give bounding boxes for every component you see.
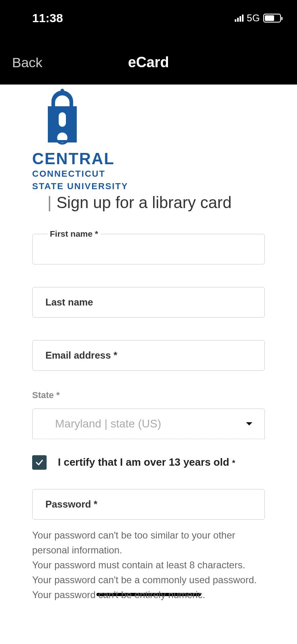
check-icon: [35, 458, 44, 467]
nav-bar: Back eCard: [0, 40, 297, 85]
network-label: 5G: [247, 12, 260, 24]
certify-label: I certify that I am over 13 years old *: [58, 456, 235, 469]
pw-hint: Your password can't be too similar to yo…: [32, 528, 265, 557]
pw-hint: Your password can't be entirely numeric.: [32, 587, 265, 602]
state-field-wrap: State * Maryland | state (US): [32, 390, 265, 439]
state-label: State *: [32, 390, 265, 400]
logo-text-main: CENTRAL: [32, 150, 265, 168]
email-field-wrap: [32, 340, 265, 371]
password-hints: Your password can't be too similar to yo…: [32, 528, 265, 603]
state-select-value: Maryland | state (US): [55, 417, 161, 430]
pw-hint: Your password can't be a commonly used p…: [32, 572, 265, 587]
logo-text-line1: CONNECTICUT: [32, 168, 265, 180]
signup-heading: |Sign up for a library card: [47, 194, 265, 212]
first-name-field-wrap: First name *: [32, 234, 265, 264]
university-logo: CENTRAL CONNECTICUT STATE UNIVERSITY: [32, 85, 265, 193]
email-input[interactable]: [32, 340, 265, 371]
certify-row: I certify that I am over 13 years old *: [32, 455, 265, 470]
last-name-field-wrap: [32, 287, 265, 318]
password-input[interactable]: [32, 489, 265, 520]
back-button[interactable]: Back: [12, 55, 43, 70]
page-title: eCard: [128, 54, 169, 71]
pw-hint: Your password must contain at least 8 ch…: [32, 557, 265, 572]
first-name-label: First name *: [47, 229, 100, 239]
signal-icon: [235, 14, 244, 22]
chevron-down-icon: [246, 422, 252, 425]
status-time: 11:38: [32, 11, 63, 25]
status-right: 5G: [235, 12, 281, 24]
state-select[interactable]: Maryland | state (US): [32, 409, 265, 439]
tower-icon: [32, 87, 92, 147]
password-field-wrap: [32, 489, 265, 520]
certify-checkbox[interactable]: [32, 455, 47, 470]
signup-heading-text: Sign up for a library card: [56, 194, 231, 211]
status-bar: 11:38 5G: [0, 0, 297, 40]
svg-rect-2: [59, 112, 66, 127]
svg-rect-5: [48, 140, 77, 142]
svg-point-1: [61, 89, 64, 93]
last-name-input[interactable]: [32, 287, 265, 318]
battery-icon: [263, 14, 281, 23]
logo-text-line2: STATE UNIVERSITY: [32, 180, 265, 193]
